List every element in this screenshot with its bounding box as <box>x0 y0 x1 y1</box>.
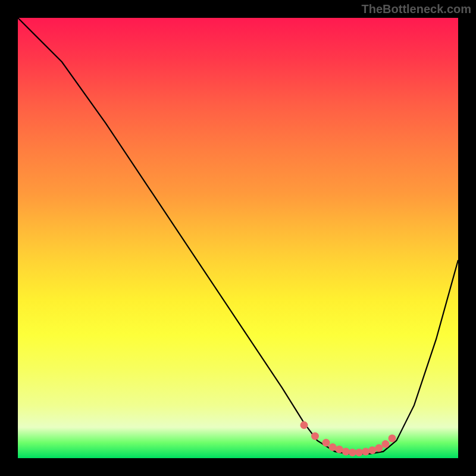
valley-marker <box>389 434 396 442</box>
curve-layer <box>18 18 458 458</box>
watermark-text: TheBottleneck.com <box>362 2 471 16</box>
valley-marker <box>375 444 383 452</box>
valley-marker <box>349 449 356 456</box>
chart-container: TheBottleneck.com <box>0 0 476 476</box>
plot-area <box>18 18 458 458</box>
valley-marker <box>311 433 319 440</box>
bottleneck-curve <box>18 18 458 454</box>
valley-markers <box>300 421 396 456</box>
valley-marker <box>300 421 308 429</box>
valley-marker <box>362 447 369 455</box>
valley-marker <box>336 446 343 453</box>
valley-marker <box>355 449 363 456</box>
valley-marker <box>381 440 389 448</box>
valley-marker <box>329 443 337 451</box>
valley-marker <box>368 446 376 454</box>
valley-marker <box>322 439 330 447</box>
valley-marker <box>342 447 350 455</box>
